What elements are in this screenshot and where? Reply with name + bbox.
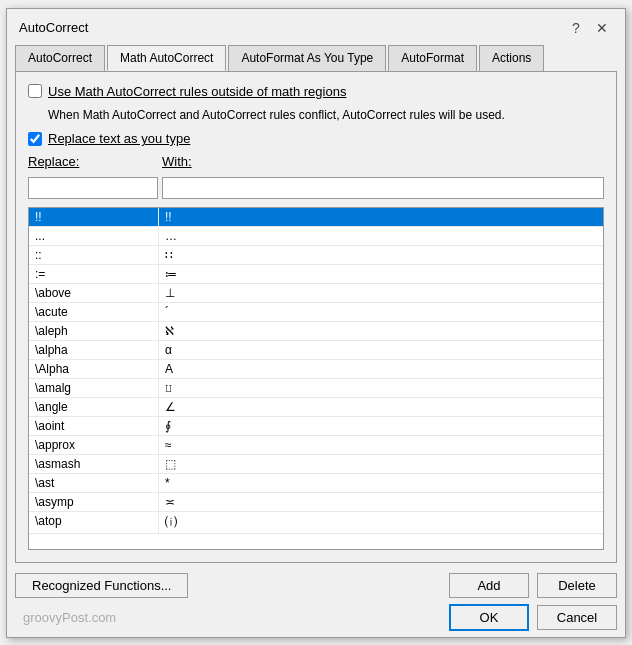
replace-with-inputs [28,177,604,199]
table-cell-replace: \aoint [29,417,159,435]
table-cell-with: ⊥ [159,284,603,302]
table-cell-with: ∷ [159,246,603,264]
table-cell-with: ⨿ [159,379,603,397]
table-row[interactable]: \alephℵ [29,322,603,341]
dialog-title: AutoCorrect [19,20,88,35]
replace-text-checkbox[interactable] [28,132,42,146]
table-row[interactable]: ...… [29,227,603,246]
tab-actions[interactable]: Actions [479,45,544,71]
watermark: groovyPost.com [15,608,124,627]
replace-label: Replace: [28,154,158,169]
table-cell-with: … [159,227,603,245]
delete-button[interactable]: Delete [537,573,617,598]
table-row[interactable]: \ast* [29,474,603,493]
outside-math-row: Use Math AutoCorrect rules outside of ma… [28,84,604,99]
replace-with-labels: Replace: With: [28,154,604,169]
autocorrect-table: !!!!...…::∷:=≔\above⊥\acute´\alephℵ\alph… [28,207,604,549]
tab-autocorrect[interactable]: AutoCorrect [15,45,105,71]
table-body[interactable]: !!!!...…::∷:=≔\above⊥\acute´\alephℵ\alph… [29,208,603,548]
table-row[interactable]: \asmash⬚ [29,455,603,474]
table-cell-with: α [159,341,603,359]
tab-autoformat-as-you-type[interactable]: AutoFormat As You Type [228,45,386,71]
table-cell-replace: := [29,265,159,283]
table-row[interactable]: !!!! [29,208,603,227]
add-button[interactable]: Add [449,573,529,598]
tab-math-autocorrect[interactable]: Math AutoCorrect [107,45,226,71]
title-bar: AutoCorrect ? ✕ [7,9,625,39]
table-row[interactable]: \angle∠ [29,398,603,417]
table-cell-with: ´ [159,303,603,321]
table-cell-replace: \asymp [29,493,159,511]
table-row[interactable]: ::∷ [29,246,603,265]
table-cell-replace: \aleph [29,322,159,340]
outside-math-label[interactable]: Use Math AutoCorrect rules outside of ma… [48,84,346,99]
table-cell-with: ≔ [159,265,603,283]
replace-input[interactable] [28,177,158,199]
table-row[interactable]: \asymp≍ [29,493,603,512]
table-cell-with: ≍ [159,493,603,511]
recognized-functions-button[interactable]: Recognized Functions... [15,573,188,598]
table-cell-with: ≈ [159,436,603,454]
help-button[interactable]: ? [565,17,587,39]
close-button[interactable]: ✕ [591,17,613,39]
table-cell-with: ∮ [159,417,603,435]
tab-bar: AutoCorrect Math AutoCorrect AutoFormat … [7,39,625,71]
table-cell-with: ⒤ [159,512,603,533]
table-cell-replace: \approx [29,436,159,454]
table-cell-with: ⬚ [159,455,603,473]
table-cell-replace: \ast [29,474,159,492]
main-content: Use Math AutoCorrect rules outside of ma… [15,71,617,563]
title-controls: ? ✕ [565,17,613,39]
table-row[interactable]: :=≔ [29,265,603,284]
table-cell-with: !! [159,208,603,226]
table-cell-with: ℵ [159,322,603,340]
ok-button[interactable]: OK [449,604,529,631]
table-cell-replace: ... [29,227,159,245]
autocorrect-dialog: AutoCorrect ? ✕ AutoCorrect Math AutoCor… [6,8,626,638]
table-row[interactable]: \above⊥ [29,284,603,303]
table-cell-replace: \atop [29,512,159,533]
table-cell-with: ∠ [159,398,603,416]
table-cell-with: * [159,474,603,492]
table-row[interactable]: \acute´ [29,303,603,322]
table-cell-replace: :: [29,246,159,264]
tab-autoformat[interactable]: AutoFormat [388,45,477,71]
table-row[interactable]: \alphaα [29,341,603,360]
table-row[interactable]: \aoint∮ [29,417,603,436]
replace-text-row: Replace text as you type [28,131,604,146]
table-cell-replace: \alpha [29,341,159,359]
table-row[interactable]: \approx≈ [29,436,603,455]
action-buttons: Recognized Functions... Add Delete [7,563,625,598]
table-cell-replace: \asmash [29,455,159,473]
table-cell-replace: \Alpha [29,360,159,378]
table-cell-replace: \above [29,284,159,302]
table-cell-replace: \amalg [29,379,159,397]
info-text: When Math AutoCorrect and AutoCorrect ru… [28,107,604,124]
table-row[interactable]: \atop⒤ [29,512,603,534]
with-input[interactable] [162,177,604,199]
with-label: With: [162,154,604,169]
cancel-button[interactable]: Cancel [537,605,617,630]
table-row[interactable]: \AlphaA [29,360,603,379]
footer: groovyPost.com OK Cancel [7,598,625,637]
table-cell-replace: \angle [29,398,159,416]
table-row[interactable]: \amalg⨿ [29,379,603,398]
outside-math-checkbox[interactable] [28,84,42,98]
table-cell-replace: !! [29,208,159,226]
table-cell-with: A [159,360,603,378]
replace-text-label[interactable]: Replace text as you type [48,131,190,146]
table-cell-replace: \acute [29,303,159,321]
